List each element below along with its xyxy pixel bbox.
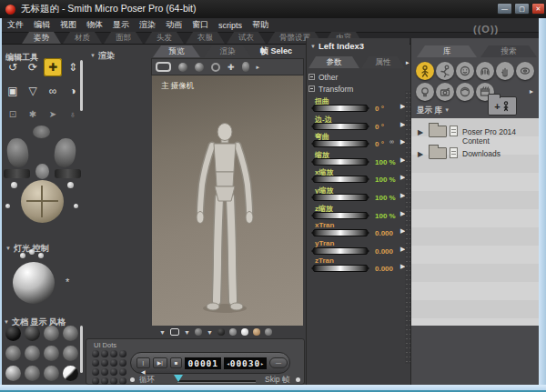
add-library-button[interactable]: +	[488, 96, 517, 116]
tracking-mode-icon[interactable]	[170, 328, 179, 336]
light-control-ball[interactable]	[13, 262, 55, 304]
maximize-button[interactable]: ▢	[514, 3, 530, 15]
tools-scrollbar[interactable]	[80, 60, 83, 111]
library-folder-label[interactable]: Poser Pro 2014 Content	[462, 127, 540, 146]
library-folder-label[interactable]: Downloads	[462, 149, 500, 158]
expand-icon[interactable]: ▶	[418, 128, 423, 136]
param-xscale-value[interactable]: 100 %	[375, 176, 396, 184]
light-dot-1[interactable]	[20, 253, 25, 258]
menu-edit[interactable]: 编辑	[34, 19, 50, 31]
collapse-transport-button[interactable]: —	[269, 357, 288, 368]
figure-style-sphere-3[interactable]	[241, 328, 248, 336]
style-lit-wireframe[interactable]	[5, 346, 21, 361]
param-yscale-dial[interactable]	[313, 194, 368, 201]
chevron-down-icon[interactable]: ▼	[207, 329, 213, 336]
taper-tool-icon[interactable]: ▽	[24, 82, 42, 100]
lights-category-icon[interactable]	[416, 83, 434, 101]
figure-mannequin[interactable]	[172, 123, 278, 316]
scale-tool-icon[interactable]: ▣	[4, 82, 22, 100]
group-collapse-icon[interactable]	[308, 74, 315, 80]
figures-category-icon[interactable]	[416, 62, 434, 80]
stop-button[interactable]: ■	[170, 357, 183, 368]
library-folder-row[interactable]: ▶ Poser Pro 2014 Content	[411, 122, 540, 142]
render-panel-header[interactable]: ▼渲染	[90, 45, 115, 62]
head-top-camera-control[interactable]	[33, 126, 50, 138]
head-camera-icon[interactable]	[242, 62, 249, 72]
morphing-tool-icon[interactable]: ✱	[24, 106, 42, 124]
menu-render[interactable]: 渲染	[139, 19, 156, 31]
menu-animation[interactable]: 动画	[166, 19, 182, 31]
param-bend-value[interactable]: 0 °	[375, 140, 384, 148]
ui-dots-grid[interactable]	[92, 350, 128, 385]
right-hand-camera-control[interactable]	[53, 137, 77, 169]
tab-search[interactable]: 搜索	[480, 45, 537, 57]
param-yscale-value[interactable]: 100 %	[375, 194, 396, 202]
current-frame-counter[interactable]: 00001	[185, 357, 221, 369]
skip-frames-dot[interactable]	[296, 377, 300, 382]
grouping-tool-icon[interactable]: ♁	[64, 106, 82, 124]
style-flat-shaded[interactable]	[25, 346, 40, 361]
param-sideside-dial[interactable]	[313, 123, 368, 130]
direct-manipulation-tool-icon[interactable]: ➤	[44, 106, 62, 124]
first-frame-button[interactable]: |◀	[136, 357, 150, 368]
twist-tool-icon[interactable]: ⟳	[24, 58, 42, 76]
param-twist-value[interactable]: 0 °	[375, 105, 384, 113]
actor-header[interactable]: ▼Left Index3	[310, 41, 364, 51]
move-camera-icon[interactable]: ✚	[228, 63, 235, 72]
tab-render[interactable]: 渲染	[204, 45, 251, 57]
face-camera-control[interactable]	[35, 164, 49, 179]
param-ytran-dial[interactable]	[313, 247, 368, 255]
translate-tool-icon[interactable]: ✚	[44, 58, 62, 76]
styles-scrollbar[interactable]	[80, 326, 83, 373]
camera-dot-br[interactable]	[74, 204, 78, 208]
style-flat-lined[interactable]	[44, 346, 59, 361]
figure-style-sphere-1[interactable]	[217, 328, 225, 336]
chain-break-tool-icon[interactable]: ∞	[44, 82, 62, 100]
param-zscale-dial[interactable]	[313, 212, 368, 219]
params-tab-more-icon[interactable]: ▸	[406, 59, 410, 66]
style-outline[interactable]	[25, 326, 40, 341]
timeline-track[interactable]	[177, 380, 256, 382]
param-zscale-value[interactable]: 100 %	[375, 212, 396, 220]
view-magnifier-tool-icon[interactable]: ⊡	[4, 106, 22, 124]
style-texture-shaded[interactable]	[44, 366, 59, 381]
menu-display[interactable]: 显示	[113, 19, 129, 31]
menu-help[interactable]: 帮助	[252, 19, 268, 31]
select-figure-dropdown[interactable]: 帧 Selec	[260, 45, 292, 57]
close-button[interactable]: ✕	[531, 3, 545, 15]
param-ytran-value[interactable]: 0.000	[375, 247, 393, 256]
collapse-icon[interactable]: ▼	[4, 319, 9, 325]
tab-preview[interactable]: 预览	[153, 45, 200, 57]
style-current[interactable]	[63, 366, 78, 381]
expressions-category-icon[interactable]	[456, 62, 474, 80]
menu-window[interactable]: 窗口	[192, 19, 208, 31]
tab-parameters[interactable]: 参数	[308, 56, 359, 68]
orbit-camera-icon[interactable]	[211, 63, 220, 72]
group-transform-label[interactable]: Transform	[318, 85, 353, 94]
menu-file[interactable]: 文件	[7, 19, 24, 31]
param-xtran-value[interactable]: 0.000	[375, 229, 393, 237]
tab-cloth[interactable]: 衣服	[186, 32, 225, 44]
menu-object[interactable]: 物体	[86, 19, 103, 31]
increment-icon[interactable]: ▸	[260, 357, 264, 369]
param-scale-value[interactable]: 100 %	[375, 158, 396, 166]
camera-move-right-control[interactable]	[55, 169, 81, 178]
style-silhouette[interactable]	[5, 326, 21, 341]
left-hand-camera-control[interactable]	[5, 137, 30, 169]
chevron-down-icon[interactable]: ▼	[159, 329, 166, 336]
tab-face[interactable]: 面部	[104, 32, 143, 44]
poses-category-icon[interactable]	[436, 62, 454, 80]
last-frame-button[interactable]: ▶|	[153, 357, 167, 368]
figure-style-sphere-5[interactable]	[265, 328, 272, 336]
light-brightness-icon[interactable]: *	[66, 276, 69, 287]
style-smooth-lined[interactable]	[25, 366, 40, 381]
face-camera-icon[interactable]	[156, 62, 171, 72]
group-other-label[interactable]: Other	[318, 73, 338, 82]
param-ztran-dial[interactable]	[313, 265, 368, 272]
param-scale-dial[interactable]	[313, 158, 368, 166]
style-cartoon[interactable]	[63, 346, 78, 361]
menu-scripts[interactable]: scripts	[218, 21, 242, 30]
timeline-thumb[interactable]	[174, 375, 183, 382]
chevron-down-icon[interactable]: ▼	[444, 107, 450, 113]
show-library-label[interactable]: 显示 库 ▼	[417, 106, 452, 116]
